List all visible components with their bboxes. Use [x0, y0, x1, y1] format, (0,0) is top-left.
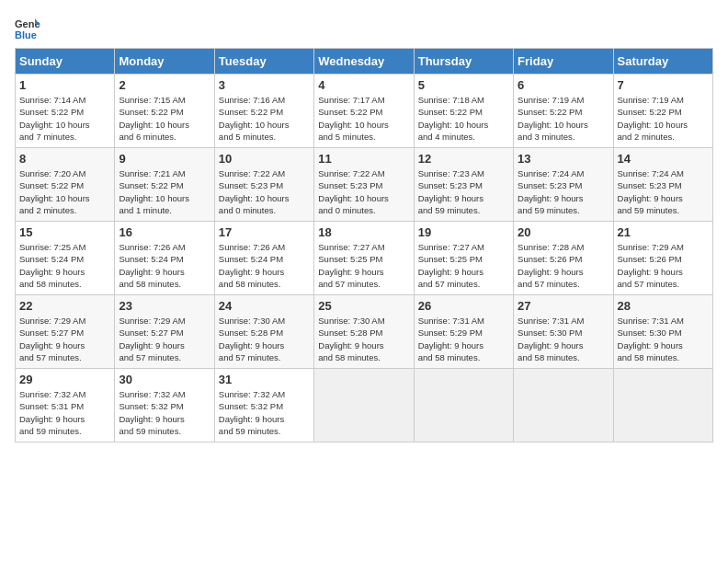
day-number: 30	[119, 373, 210, 386]
calendar-cell: 21Sunrise: 7:29 AM Sunset: 5:26 PM Dayli…	[613, 222, 712, 295]
calendar-cell: 13Sunrise: 7:24 AM Sunset: 5:23 PM Dayli…	[514, 148, 613, 222]
calendar-cell: 11Sunrise: 7:22 AM Sunset: 5:23 PM Dayli…	[314, 148, 414, 222]
calendar-cell: 12Sunrise: 7:23 AM Sunset: 5:23 PM Dayli…	[414, 148, 513, 222]
day-number: 29	[19, 373, 110, 386]
day-number: 16	[119, 225, 210, 239]
day-number: 1	[19, 78, 110, 92]
day-number: 21	[618, 225, 709, 239]
calendar-cell: 22Sunrise: 7:29 AM Sunset: 5:27 PM Dayli…	[16, 295, 115, 369]
calendar-cell: 31Sunrise: 7:32 AM Sunset: 5:32 PM Dayli…	[214, 369, 313, 442]
calendar-cell: 9Sunrise: 7:21 AM Sunset: 5:22 PM Daylig…	[115, 148, 214, 222]
day-info: Sunrise: 7:27 AM Sunset: 5:25 PM Dayligh…	[318, 241, 409, 290]
day-number: 24	[219, 299, 310, 313]
day-number: 9	[119, 152, 210, 166]
col-header-friday: Friday	[514, 49, 613, 75]
calendar-cell: 25Sunrise: 7:30 AM Sunset: 5:28 PM Dayli…	[314, 295, 414, 369]
calendar-cell: 23Sunrise: 7:29 AM Sunset: 5:27 PM Dayli…	[115, 295, 214, 369]
day-number: 6	[518, 78, 609, 92]
day-number: 18	[318, 225, 409, 239]
calendar-cell: 30Sunrise: 7:32 AM Sunset: 5:32 PM Dayli…	[115, 369, 214, 442]
day-number: 7	[618, 78, 709, 92]
day-number: 23	[119, 299, 210, 313]
calendar-cell: 24Sunrise: 7:30 AM Sunset: 5:28 PM Dayli…	[214, 295, 313, 369]
day-info: Sunrise: 7:24 AM Sunset: 5:23 PM Dayligh…	[518, 167, 609, 216]
day-number: 4	[318, 78, 409, 92]
day-info: Sunrise: 7:26 AM Sunset: 5:24 PM Dayligh…	[219, 241, 310, 290]
day-info: Sunrise: 7:19 AM Sunset: 5:22 PM Dayligh…	[618, 94, 709, 143]
day-info: Sunrise: 7:22 AM Sunset: 5:23 PM Dayligh…	[219, 167, 310, 216]
calendar-cell	[514, 369, 613, 442]
header: General Blue	[15, 15, 713, 40]
calendar-cell: 14Sunrise: 7:24 AM Sunset: 5:23 PM Dayli…	[613, 148, 712, 222]
col-header-sunday: Sunday	[16, 49, 115, 75]
day-number: 17	[219, 225, 310, 239]
col-header-saturday: Saturday	[613, 49, 712, 75]
day-number: 11	[318, 152, 409, 166]
day-number: 20	[518, 225, 609, 239]
calendar-cell: 17Sunrise: 7:26 AM Sunset: 5:24 PM Dayli…	[214, 222, 313, 295]
day-info: Sunrise: 7:14 AM Sunset: 5:22 PM Dayligh…	[19, 94, 110, 143]
calendar-cell	[314, 369, 414, 442]
day-info: Sunrise: 7:31 AM Sunset: 5:29 PM Dayligh…	[418, 315, 509, 363]
col-header-wednesday: Wednesday	[314, 49, 414, 75]
day-info: Sunrise: 7:30 AM Sunset: 5:28 PM Dayligh…	[219, 315, 310, 363]
col-header-monday: Monday	[115, 49, 214, 75]
day-info: Sunrise: 7:28 AM Sunset: 5:26 PM Dayligh…	[518, 241, 609, 290]
calendar-cell: 5Sunrise: 7:18 AM Sunset: 5:22 PM Daylig…	[414, 75, 513, 148]
day-number: 2	[119, 78, 210, 92]
day-info: Sunrise: 7:22 AM Sunset: 5:23 PM Dayligh…	[318, 167, 409, 216]
calendar-cell: 2Sunrise: 7:15 AM Sunset: 5:22 PM Daylig…	[115, 75, 214, 148]
calendar-cell: 27Sunrise: 7:31 AM Sunset: 5:30 PM Dayli…	[514, 295, 613, 369]
calendar-cell: 10Sunrise: 7:22 AM Sunset: 5:23 PM Dayli…	[214, 148, 313, 222]
col-header-tuesday: Tuesday	[214, 49, 313, 75]
day-number: 25	[318, 299, 409, 313]
day-info: Sunrise: 7:31 AM Sunset: 5:30 PM Dayligh…	[618, 315, 709, 363]
calendar-cell: 6Sunrise: 7:19 AM Sunset: 5:22 PM Daylig…	[514, 75, 613, 148]
logo: General Blue	[15, 15, 44, 40]
calendar-cell: 29Sunrise: 7:32 AM Sunset: 5:31 PM Dayli…	[16, 369, 115, 442]
day-number: 13	[518, 152, 609, 166]
calendar-cell	[613, 369, 712, 442]
day-number: 26	[418, 299, 509, 313]
calendar-cell: 3Sunrise: 7:16 AM Sunset: 5:22 PM Daylig…	[214, 75, 313, 148]
calendar-cell: 28Sunrise: 7:31 AM Sunset: 5:30 PM Dayli…	[613, 295, 712, 369]
day-number: 12	[418, 152, 509, 166]
day-number: 19	[418, 225, 509, 239]
calendar-cell: 1Sunrise: 7:14 AM Sunset: 5:22 PM Daylig…	[16, 75, 115, 148]
calendar-cell: 15Sunrise: 7:25 AM Sunset: 5:24 PM Dayli…	[16, 222, 115, 295]
day-info: Sunrise: 7:20 AM Sunset: 5:22 PM Dayligh…	[19, 167, 110, 216]
calendar-table: SundayMondayTuesdayWednesdayThursdayFrid…	[15, 48, 713, 442]
svg-text:Blue: Blue	[15, 29, 37, 40]
day-info: Sunrise: 7:31 AM Sunset: 5:30 PM Dayligh…	[518, 315, 609, 363]
day-info: Sunrise: 7:32 AM Sunset: 5:32 PM Dayligh…	[119, 388, 210, 437]
calendar-cell: 4Sunrise: 7:17 AM Sunset: 5:22 PM Daylig…	[314, 75, 414, 148]
day-number: 22	[19, 299, 110, 313]
calendar-cell	[414, 369, 513, 442]
calendar-cell: 16Sunrise: 7:26 AM Sunset: 5:24 PM Dayli…	[115, 222, 214, 295]
day-info: Sunrise: 7:17 AM Sunset: 5:22 PM Dayligh…	[318, 94, 409, 143]
day-number: 14	[618, 152, 709, 166]
day-number: 3	[219, 78, 310, 92]
col-header-thursday: Thursday	[414, 49, 513, 75]
day-info: Sunrise: 7:30 AM Sunset: 5:28 PM Dayligh…	[318, 315, 409, 363]
day-info: Sunrise: 7:29 AM Sunset: 5:26 PM Dayligh…	[618, 241, 709, 290]
day-info: Sunrise: 7:25 AM Sunset: 5:24 PM Dayligh…	[19, 241, 110, 290]
day-info: Sunrise: 7:32 AM Sunset: 5:31 PM Dayligh…	[19, 388, 110, 437]
day-number: 8	[19, 152, 110, 166]
day-info: Sunrise: 7:26 AM Sunset: 5:24 PM Dayligh…	[119, 241, 210, 290]
calendar-cell: 19Sunrise: 7:27 AM Sunset: 5:25 PM Dayli…	[414, 222, 513, 295]
calendar-cell: 7Sunrise: 7:19 AM Sunset: 5:22 PM Daylig…	[613, 75, 712, 148]
day-info: Sunrise: 7:29 AM Sunset: 5:27 PM Dayligh…	[119, 315, 210, 363]
day-number: 28	[618, 299, 709, 313]
day-number: 10	[219, 152, 310, 166]
day-number: 5	[418, 78, 509, 92]
day-number: 15	[19, 225, 110, 239]
day-number: 27	[518, 299, 609, 313]
day-info: Sunrise: 7:18 AM Sunset: 5:22 PM Dayligh…	[418, 94, 509, 143]
logo-icon: General Blue	[15, 15, 40, 40]
calendar-cell: 18Sunrise: 7:27 AM Sunset: 5:25 PM Dayli…	[314, 222, 414, 295]
day-info: Sunrise: 7:24 AM Sunset: 5:23 PM Dayligh…	[618, 167, 709, 216]
day-info: Sunrise: 7:27 AM Sunset: 5:25 PM Dayligh…	[418, 241, 509, 290]
day-info: Sunrise: 7:23 AM Sunset: 5:23 PM Dayligh…	[418, 167, 509, 216]
day-info: Sunrise: 7:32 AM Sunset: 5:32 PM Dayligh…	[219, 388, 310, 437]
